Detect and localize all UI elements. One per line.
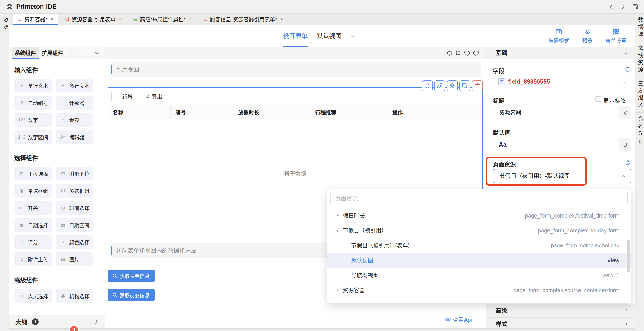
plus-icon xyxy=(116,94,120,98)
palette-item-time-picker[interactable]: ◷时间选择 xyxy=(56,201,93,215)
export-button[interactable]: 导出 xyxy=(141,91,167,102)
close-icon[interactable]: × xyxy=(280,16,283,22)
history-back-icon[interactable] xyxy=(608,4,614,10)
view-api-link[interactable]: 查看Api xyxy=(445,316,472,323)
chevron-down-icon[interactable] xyxy=(624,51,629,56)
caret-right-icon[interactable] xyxy=(337,214,339,217)
palette-scroll[interactable]: 输入组件 A单行文本 A多行文本 #自动编号 ±计数器 123数字 ¥金额 1~… xyxy=(10,59,105,315)
palette-item-color-picker[interactable]: ◑颜色选择 xyxy=(56,235,93,249)
palette-item-amount[interactable]: ¥金额 xyxy=(56,113,93,127)
column-header-holiday-duration[interactable]: 放假时长 xyxy=(233,105,310,119)
widget-delete-icon[interactable] xyxy=(472,80,483,91)
palette-item-image[interactable]: ▨图片 xyxy=(56,252,93,266)
palette-item-dropdown-select[interactable]: ⊟下拉选择 xyxy=(14,167,52,180)
column-header-trip-recommendation[interactable]: 行程推荐 xyxy=(310,105,388,119)
palette-item-date-picker[interactable]: ▦日期选择 xyxy=(14,218,52,232)
palette-item-switch[interactable]: ⊙开关 xyxy=(14,201,52,215)
resource-search[interactable] xyxy=(330,192,628,206)
tree-item-holiday-form-child[interactable]: 节假日（被引用）(表单) page_form_complex.holiday xyxy=(327,238,631,253)
palette-item-person-select[interactable]: ○人员选择 xyxy=(14,289,52,303)
plus-minus-icon: ± xyxy=(58,100,68,105)
resource-code: page_form_complex.holiday xyxy=(551,238,620,253)
undo-icon[interactable] xyxy=(464,50,470,56)
outline-tree-icon[interactable] xyxy=(456,50,461,56)
palette-item-editor[interactable]: A≡编辑器 xyxy=(56,130,93,144)
rail-tab-third-party-services[interactable]: 三方服务 xyxy=(636,81,644,112)
component-list-icon[interactable] xyxy=(70,51,74,55)
file-tab-advanced-layout-props[interactable]: 高级/布局控件属性* × xyxy=(129,14,196,25)
title-input[interactable]: 资源容器 V xyxy=(493,106,632,120)
column-header-number[interactable]: 编号 xyxy=(170,105,233,119)
widget-action-toolbar xyxy=(422,80,483,91)
widget-copy-icon[interactable] xyxy=(460,80,470,91)
tree-item-festival-time[interactable]: 假日时长 page_form_complex.festival_time-for… xyxy=(327,208,631,223)
inspector-header[interactable]: 基础 xyxy=(486,47,636,59)
rail-tab-resources[interactable]: 资源 xyxy=(0,17,9,35)
close-icon[interactable]: × xyxy=(119,16,122,22)
default-value-input[interactable]: Aa D xyxy=(493,138,632,152)
history-forward-icon[interactable] xyxy=(620,4,626,10)
caret-right-icon[interactable] xyxy=(337,289,339,292)
palette-item-date-range[interactable]: ▦日期区间 xyxy=(56,218,93,232)
tree-item-source-container[interactable]: 资源容器 page_form_complex.source_container-… xyxy=(327,283,631,298)
code-window-icon xyxy=(556,28,562,35)
form-settings-button[interactable]: 表单设置 xyxy=(605,28,626,44)
palette-item-single-line-text[interactable]: A单行文本 xyxy=(14,79,52,92)
rail-tab-named-sql[interactable]: 命名Sql xyxy=(636,116,644,157)
outline-bar[interactable]: 大纲 i xyxy=(10,315,105,328)
file-tab-label: 顾客信息-资源容器引用表单* xyxy=(210,15,277,23)
variable-binding-toggle[interactable]: V xyxy=(619,106,631,119)
rail-tab-datasource[interactable]: 数据源 xyxy=(636,17,644,42)
palette-item-rating[interactable]: ☆评分 xyxy=(14,235,52,249)
refresh-icon[interactable] xyxy=(625,66,630,72)
palette-item-tree-dropdown[interactable]: ⊞树形下拉 xyxy=(56,167,93,180)
redo-icon[interactable] xyxy=(473,50,479,56)
refresh-icon[interactable] xyxy=(625,160,630,166)
palette-item-checkbox-group[interactable]: ☑多选框组 xyxy=(56,184,93,198)
palette-item-number-range[interactable]: 1~3数字区间 xyxy=(14,130,52,144)
rail-tab-offline-resources[interactable]: 离线资源 xyxy=(636,46,644,77)
chevron-right-icon[interactable] xyxy=(94,319,99,325)
preview-button[interactable]: 预览 xyxy=(582,28,593,44)
resource-search-input[interactable] xyxy=(330,192,628,206)
palette-item-auto-number[interactable]: #自动编号 xyxy=(14,96,52,110)
get-form-info-button[interactable]: 获取表单信息 xyxy=(108,270,154,282)
tab-extended-components[interactable]: 扩展组件 xyxy=(39,47,66,58)
caret-down-icon[interactable] xyxy=(336,230,339,232)
i18n-globe-icon[interactable] xyxy=(447,50,452,56)
data-binding-toggle[interactable]: D xyxy=(619,138,631,151)
column-header-name[interactable]: 名称 xyxy=(108,105,170,119)
file-tab-resource-container-ref-form[interactable]: 资源容器-引用表单 × xyxy=(61,14,126,25)
palette-item-number[interactable]: 123数字 xyxy=(14,113,52,127)
field-select[interactable]: T field_89356555 xyxy=(493,75,632,88)
tree-item-holiday-form[interactable]: 节假日（被引用） page_form_complex.holiday-form xyxy=(327,223,631,238)
palette-item-multi-line-text[interactable]: A多行文本 xyxy=(56,79,93,92)
palette-item-counter[interactable]: ±计数器 xyxy=(56,96,93,110)
tree-item-default-view[interactable]: 默认视图 view xyxy=(327,253,631,268)
advanced-section-row[interactable]: 高级 xyxy=(486,304,636,317)
get-view-info-button[interactable]: 获取视图信息 xyxy=(108,289,154,301)
palette-item-attachment-upload[interactable]: ↥附件上传 xyxy=(14,252,52,266)
save-icon[interactable] xyxy=(632,4,638,10)
widget-refresh-icon[interactable] xyxy=(422,80,433,91)
palette-item-radio-group[interactable]: ◉单选框组 xyxy=(14,184,52,198)
widget-settings-gear-icon[interactable] xyxy=(447,80,458,91)
show-label-checkbox[interactable] xyxy=(596,96,601,102)
collapse-palette-icon[interactable] xyxy=(94,50,100,56)
file-tab-resource-container[interactable]: 资源容器* × xyxy=(13,14,58,25)
palette-item-org-select[interactable]: 品机构选择 xyxy=(56,289,93,303)
tab-system-components[interactable]: 系统组件 xyxy=(12,47,39,58)
widget-link-icon[interactable] xyxy=(434,80,445,91)
scrollbar-thumb[interactable] xyxy=(627,240,630,272)
close-icon[interactable]: × xyxy=(50,16,54,22)
file-tab-customer-info-ref-form[interactable]: 顾客信息-资源容器引用表单* × xyxy=(199,14,288,25)
add-view-button[interactable]: + xyxy=(351,25,355,47)
view-tab-default-view[interactable]: 默认视图 xyxy=(317,25,342,47)
column-header-actions[interactable]: 操作 xyxy=(388,105,482,119)
tree-item-nav-tree-view[interactable]: 导航树视图 view_1 xyxy=(327,268,631,283)
add-row-button[interactable]: 新增 xyxy=(111,91,137,102)
code-mode-button[interactable]: 编码模式 xyxy=(548,28,569,44)
view-tab-lowcode-form[interactable]: 低开表单 xyxy=(283,25,308,47)
page-resource-select[interactable]: 节假日（被引用）-默认视图 xyxy=(493,169,632,183)
close-icon[interactable]: × xyxy=(189,16,192,22)
